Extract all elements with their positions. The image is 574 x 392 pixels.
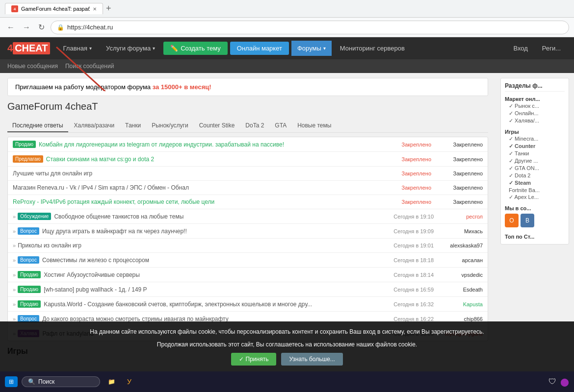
sidebar-gta[interactable]: ✓ GTA ON...	[505, 165, 565, 172]
sidebar-market-1[interactable]: ✓ Рынок с...	[505, 102, 565, 110]
sidebar-counter[interactable]: ✓ Counter	[505, 143, 565, 150]
post-title[interactable]: Kapusta.World - Создание банковский счет…	[44, 301, 370, 308]
sidebar-fortnite[interactable]: Fortnite Ba...	[505, 187, 565, 194]
sidebar-tanks[interactable]: ✓ Танки	[505, 150, 565, 157]
post-row: » Продаю Хостинг Абузоустойчивые серверы…	[8, 268, 488, 282]
post-title[interactable]: Совместимы ли железо с процессором	[42, 257, 370, 264]
tab-new-topics[interactable]: Новые темы	[292, 120, 336, 132]
post-expand-icon: »	[13, 214, 16, 220]
nav-home[interactable]: Главная ▾	[57, 41, 98, 56]
vk-icon[interactable]: В	[521, 214, 534, 227]
back-button[interactable]: ←	[5, 21, 17, 34]
forum-tabs: Последние ответы Халява/разачи Танки Рын…	[7, 120, 488, 133]
post-author[interactable]: Михась	[439, 228, 483, 234]
sidebar-other[interactable]: ✓ Другие ...	[505, 157, 565, 165]
post-row: Лучшие читы для онлайн игр Закреплено За…	[8, 167, 488, 181]
tab-gta[interactable]: GTA	[270, 120, 291, 132]
new-tab-button[interactable]: +	[103, 3, 114, 14]
active-tab[interactable]: 4 GameForum 4cheaT: разрабо... ✕	[5, 3, 103, 14]
start-button[interactable]: ⊞	[5, 376, 18, 387]
browser-taskbar-btn[interactable]: У	[123, 376, 135, 388]
tab-close-btn[interactable]: ✕	[93, 6, 97, 12]
tab-title: GameForum 4cheaT: разрабо...	[21, 6, 90, 12]
forward-button[interactable]: →	[21, 21, 32, 34]
post-title[interactable]: ReProxy - IPv4/IPv6 ротация каждый конне…	[13, 198, 394, 205]
tab-tanks[interactable]: Танки	[120, 120, 146, 132]
sidebar-market-3[interactable]: ✓ Халява/...	[505, 117, 565, 124]
post-expand-icon: »	[13, 228, 16, 234]
taskbar-search[interactable]: 🔍 Поиск	[22, 376, 100, 387]
register-btn[interactable]: Реги...	[536, 41, 567, 56]
tab-counter-strike[interactable]: Counter Stike	[194, 120, 240, 132]
post-author[interactable]: Esdeath	[439, 287, 483, 293]
nav-forums[interactable]: Форумы ▾	[291, 41, 332, 56]
sidebar-market-2[interactable]: ✓ Онлайн...	[505, 110, 565, 117]
new-messages-link[interactable]: Новые сообщения	[7, 63, 58, 70]
forum-title: GameForum 4cheaT	[7, 101, 488, 115]
sidebar-minecraft[interactable]: ✓ Minecra...	[505, 135, 565, 143]
search-text: Поиск	[38, 378, 54, 385]
nav-right: Вход Реги...	[507, 41, 567, 56]
sidebar-games-title: Игры	[505, 127, 565, 135]
post-title[interactable]: Лучшие читы для онлайн игр	[13, 170, 394, 177]
post-author[interactable]: ресгол	[439, 214, 483, 220]
post-row: » Вопрос Ищу друга играть в майнкрафт на…	[8, 224, 488, 239]
post-title[interactable]: Приколы из онлайн игр	[18, 242, 370, 249]
cookie-accept-btn[interactable]: ✓ Принять	[231, 353, 276, 366]
antivirus-icon[interactable]: 🛡	[548, 377, 556, 386]
cookie-learn-btn[interactable]: Узнать больше...	[281, 353, 342, 366]
nav-forums-label: Форумы	[297, 45, 321, 52]
address-bar[interactable]: 🔒 https://4cheat.ru	[51, 21, 569, 34]
sidebar-apex[interactable]: ✓ Apex Le...	[505, 194, 565, 201]
post-author[interactable]: alexskaska97	[439, 243, 483, 248]
post-author[interactable]: Kapusta	[439, 301, 483, 307]
post-title[interactable]: Свободное общение танкистов на любые тем…	[54, 213, 370, 220]
nav-services[interactable]: Услуги форума ▾	[100, 41, 161, 56]
login-btn[interactable]: Вход	[507, 41, 533, 56]
site-logo[interactable]: 4CHEAT	[7, 42, 50, 54]
odnoklassniki-icon[interactable]: О	[505, 214, 519, 227]
tab-last-replies[interactable]: Последние ответы	[7, 120, 68, 132]
browser-toolbar: ← → ↻ 🔒 https://4cheat.ru	[0, 18, 574, 37]
tab-market[interactable]: Рынок/услуги	[147, 120, 193, 132]
online-market-btn[interactable]: Онлайн маркет	[230, 42, 289, 55]
post-time: Сегодня в 19:09	[375, 228, 434, 234]
post-title[interactable]: Комбайн для лидогенерации из telegram от…	[39, 141, 394, 148]
sidebar-steam[interactable]: ✓ Steam	[505, 179, 565, 187]
post-title[interactable]: Ставки скинами на матчи cs:go и dota 2	[46, 156, 394, 163]
create-topic-btn[interactable]: ✏️ Создать тему	[163, 42, 228, 55]
nav-monitoring-label: Мониторинг серверов	[340, 45, 405, 52]
post-author[interactable]: vpsdedic	[439, 272, 483, 278]
tab-dota2[interactable]: DoTa 2	[240, 120, 269, 132]
file-explorer-btn[interactable]: 📁	[104, 376, 119, 387]
sidebar-market-title: Маркет онл...	[505, 95, 565, 102]
create-label: Создать тему	[181, 45, 221, 52]
url-text: https://4cheat.ru	[67, 24, 113, 31]
post-tag-predlagayu: Предлагаю	[13, 155, 43, 163]
site-header: 4CHEAT Главная ▾ Услуги форума ▾ ✏️ Созд…	[0, 37, 574, 59]
tab-halyava[interactable]: Халява/разачи	[69, 120, 120, 132]
post-author[interactable]: арсалан	[439, 257, 483, 263]
search-messages-link[interactable]: Поиск сообщений	[65, 63, 114, 70]
post-time: Сегодня в 18:14	[375, 272, 434, 278]
refresh-button[interactable]: ↻	[36, 21, 47, 34]
post-author[interactable]: chip866	[439, 316, 483, 322]
sidebar-sections: Разделы ф... Маркет онл... ✓ Рынок с... …	[500, 78, 569, 245]
nav-monitoring[interactable]: Мониторинг серверов	[334, 41, 411, 56]
post-author: Закреплено	[439, 171, 483, 176]
sidebar-dota2[interactable]: ✓ Dota 2	[505, 172, 565, 179]
post-tag-prodayu: Продаю	[18, 286, 41, 293]
folder-icon: 📁	[108, 378, 115, 385]
invite-link[interactable]: за 15000+ в месяц!	[153, 83, 211, 91]
post-title[interactable]: Хостинг Абузоустойчивые серверы	[44, 271, 370, 278]
vpn-icon[interactable]: ⬤	[560, 377, 569, 387]
post-title[interactable]: [wh-satano] pubg wallhack - 1д. / 149 Р	[44, 286, 370, 293]
post-title[interactable]: Магазин Reneva.ru - Vk / IPv4 / Sim карт…	[13, 184, 394, 191]
forums-dropdown-icon: ▾	[323, 46, 326, 51]
post-expand-icon: »	[13, 301, 16, 307]
lock-icon: 🔒	[57, 24, 64, 31]
post-status: Закреплено	[402, 142, 432, 147]
post-tag-prodayu: Продаю	[18, 300, 41, 308]
online-market-label: Онлайн маркет	[237, 45, 282, 52]
post-title[interactable]: Ищу друга играть в майнкрафт на пк через…	[42, 228, 370, 235]
